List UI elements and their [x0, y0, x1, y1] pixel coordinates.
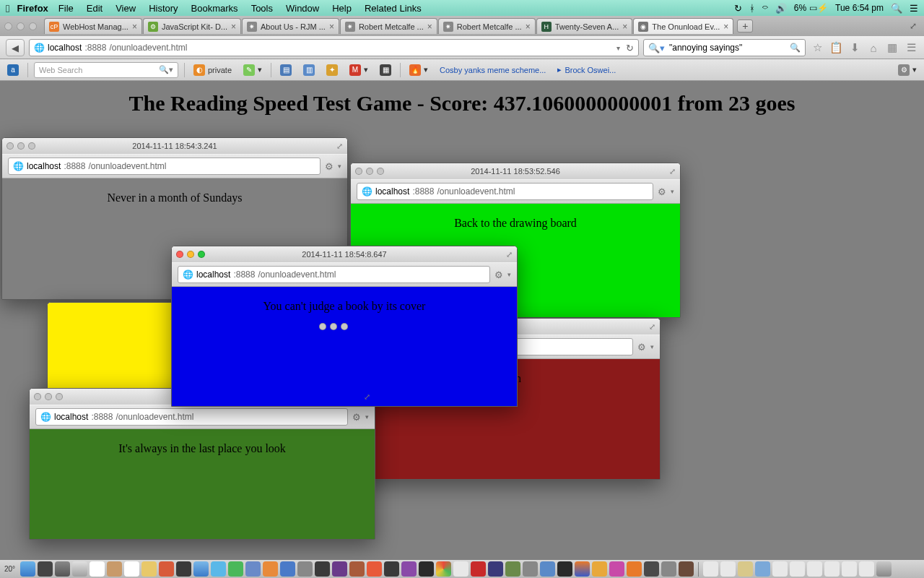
- dock-app-14[interactable]: [540, 561, 555, 577]
- plugin-icon[interactable]: ⚙: [325, 161, 334, 172]
- dock-app-10[interactable]: [453, 561, 468, 577]
- dropdown-icon[interactable]: ▾: [671, 188, 674, 195]
- dock-opera-icon[interactable]: [471, 561, 486, 577]
- feed-icon[interactable]: 🔥▾: [406, 63, 431, 77]
- amazon-bookmark[interactable]: a: [4, 63, 22, 77]
- popup-traffic-lights[interactable]: [176, 251, 205, 258]
- dock-notes-icon[interactable]: [141, 561, 157, 577]
- tab-close-icon[interactable]: ×: [132, 22, 137, 32]
- tab-4[interactable]: ✷Robert Metcalfe ...×: [438, 18, 536, 34]
- new-tab-button[interactable]: +: [737, 20, 753, 33]
- popup-traffic-lights[interactable]: [319, 323, 348, 330]
- tab-close-icon[interactable]: ×: [329, 22, 334, 32]
- popup-expand-icon[interactable]: ⤢: [506, 250, 513, 259]
- back-button[interactable]: ◀: [6, 39, 25, 56]
- dock-folder-8[interactable]: [824, 561, 840, 577]
- dock-app-5[interactable]: [332, 561, 347, 577]
- downloads-icon[interactable]: ⬇: [847, 40, 862, 55]
- dock-app-16[interactable]: [592, 561, 607, 577]
- menu-window[interactable]: Window: [286, 3, 319, 14]
- search-bar[interactable]: 🔍▾ "annoying sayings" 🔍: [643, 39, 806, 56]
- popup-url-bar[interactable]: 🌐localhost:8888/onunloadevent.html: [178, 266, 490, 283]
- battery-status[interactable]: 6%▭⚡: [794, 3, 828, 13]
- addon-icon[interactable]: ▦: [885, 40, 899, 55]
- tab-0[interactable]: cPWebHost Manag...×: [44, 18, 142, 34]
- dock-messages-icon[interactable]: [211, 561, 226, 577]
- wifi-icon[interactable]: ⌔: [762, 3, 768, 14]
- plugin-icon[interactable]: ⚙: [494, 269, 503, 280]
- dock-terminal-icon[interactable]: [419, 561, 434, 577]
- tab-3[interactable]: ✷Robert Metcalfe ...×: [340, 18, 437, 34]
- bluetooth-icon[interactable]: ᚼ: [749, 3, 755, 14]
- dock-folder-9[interactable]: [842, 561, 857, 577]
- bookmark-icon-3[interactable]: ✦: [323, 63, 341, 77]
- dock-folder-1[interactable]: [703, 561, 718, 577]
- dock-chrome-icon[interactable]: [436, 561, 451, 577]
- popup-url-bar[interactable]: 🌐localhost:8888/onunloadevent.html: [8, 158, 321, 175]
- popup-traffic-lights[interactable]: [6, 142, 35, 150]
- apple-menu-icon[interactable]: : [6, 2, 9, 14]
- dock-app-2[interactable]: [176, 561, 191, 577]
- dock-safari-icon[interactable]: [193, 561, 209, 577]
- menu-help[interactable]: Help: [332, 3, 352, 14]
- dock-folder-4[interactable]: [755, 561, 770, 577]
- tab-6[interactable]: ◉The Onunload Ev...×: [633, 18, 733, 34]
- fullscreen-icon[interactable]: ⤢: [910, 21, 920, 31]
- dock-appstore-icon[interactable]: [280, 561, 295, 577]
- dock-app-7[interactable]: [367, 561, 382, 577]
- plugin-icon[interactable]: ⚙: [352, 412, 361, 423]
- private-browsing-toggle[interactable]: ◐private: [191, 63, 235, 77]
- reload-button[interactable]: ↻: [626, 43, 634, 53]
- dock-app-1[interactable]: [159, 561, 174, 577]
- menu-file[interactable]: File: [58, 3, 74, 14]
- dock-folder-10[interactable]: [859, 561, 874, 577]
- tab-2[interactable]: ✷About Us - RJM ...×: [242, 18, 339, 34]
- tab-1[interactable]: ⚙JavaScript Kit- D...×: [143, 18, 241, 34]
- dock-app-20[interactable]: [679, 561, 694, 577]
- popup-expand-icon[interactable]: ⤢: [364, 392, 370, 402]
- popup-titlebar[interactable]: 2014-11-11 18:54:3.241⤢: [2, 138, 347, 154]
- dock-trash-icon[interactable]: [876, 561, 892, 577]
- spotlight-icon[interactable]: 🔍: [891, 3, 902, 14]
- dock-app-17[interactable]: [609, 561, 624, 577]
- plugin-icon[interactable]: ⚙: [637, 342, 646, 353]
- tab-close-icon[interactable]: ×: [427, 22, 432, 32]
- dropdown-icon[interactable]: ▾: [365, 413, 369, 420]
- home-icon[interactable]: ⌂: [866, 40, 881, 55]
- dock-app-4[interactable]: [315, 561, 330, 577]
- url-bar[interactable]: 🌐 localhost:8888/onunloadevent.html ▾ ↻: [29, 39, 639, 56]
- app-name[interactable]: Firefox: [17, 3, 48, 14]
- dock-folder-6[interactable]: [790, 561, 805, 577]
- popup-window[interactable]: ⤢🌐localhost:8888/onunloadevent.html⚙▾It'…: [29, 388, 375, 540]
- dock-app-18[interactable]: [644, 561, 659, 577]
- clock[interactable]: Tue 6:54 pm: [835, 3, 884, 13]
- dropdown-icon[interactable]: ▾: [507, 271, 511, 278]
- tab-close-icon[interactable]: ×: [231, 22, 236, 32]
- timemachine-icon[interactable]: ↻: [734, 3, 742, 14]
- dock-app-19[interactable]: [661, 561, 676, 577]
- bookmark-icon-4[interactable]: ▦: [377, 63, 394, 77]
- dock-facetime-icon[interactable]: [228, 561, 243, 577]
- volume-icon[interactable]: 🔊: [775, 3, 787, 14]
- menu-edit[interactable]: Edit: [87, 3, 103, 14]
- menu-tools[interactable]: Tools: [251, 3, 273, 14]
- search-go-icon[interactable]: 🔍: [790, 43, 801, 53]
- tab-close-icon[interactable]: ×: [723, 22, 728, 32]
- search-dropdown-icon[interactable]: 🔍▾: [159, 65, 173, 74]
- dock-dashboard-icon[interactable]: [38, 561, 53, 577]
- popup-expand-icon[interactable]: ⤢: [336, 142, 343, 151]
- popup-traffic-lights[interactable]: [34, 393, 63, 400]
- tab-close-icon[interactable]: ×: [526, 22, 531, 32]
- window-traffic-lights[interactable]: [4, 22, 37, 30]
- dock-app-12[interactable]: [505, 561, 520, 577]
- gmail-icon[interactable]: M▾: [346, 63, 371, 77]
- dock-folder-5[interactable]: [772, 561, 788, 577]
- url-dropdown-icon[interactable]: ▾: [616, 44, 620, 52]
- dock-reminders-icon[interactable]: [124, 561, 139, 577]
- popup-expand-icon[interactable]: ⤢: [649, 322, 655, 332]
- dock-app-3[interactable]: [297, 561, 313, 577]
- plugin-icon[interactable]: ⚙: [658, 186, 666, 197]
- news-link-1[interactable]: Cosby yanks meme scheme...: [437, 64, 549, 76]
- clipboard-icon[interactable]: 📋: [829, 40, 843, 55]
- dock-launchpad-icon[interactable]: [55, 561, 70, 577]
